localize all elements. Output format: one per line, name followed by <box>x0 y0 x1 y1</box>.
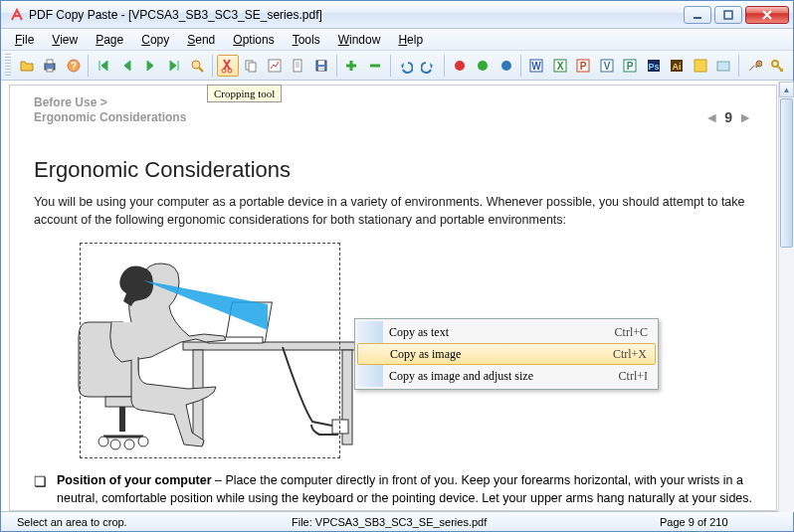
redo-icon[interactable] <box>418 55 440 77</box>
nav-prev-icon[interactable]: ◄ <box>704 109 718 125</box>
menu-bar: File View Page Copy Send Options Tools W… <box>1 29 793 51</box>
svg-point-7 <box>192 61 200 69</box>
key-icon[interactable] <box>767 55 789 77</box>
status-page: Page 9 of 210 <box>650 516 738 528</box>
svg-text:V: V <box>603 61 610 72</box>
undo-icon[interactable] <box>395 55 417 77</box>
svg-text:X: X <box>556 61 563 72</box>
scroll-up-button[interactable]: ▲ <box>779 82 794 97</box>
separator <box>336 55 337 77</box>
chart-icon[interactable] <box>264 55 286 77</box>
menu-help[interactable]: Help <box>390 31 431 49</box>
doc-icon[interactable] <box>288 55 309 77</box>
menu-window[interactable]: Window <box>330 31 389 49</box>
maximize-button[interactable] <box>714 6 742 24</box>
svg-rect-3 <box>47 60 53 64</box>
visio-icon[interactable]: V <box>596 55 618 77</box>
last-icon[interactable] <box>163 55 185 77</box>
status-bar: Select an area to crop. File: VPCSA3_SB3… <box>1 511 793 531</box>
record-icon[interactable] <box>472 55 494 77</box>
play-icon[interactable] <box>496 55 517 77</box>
pdf-page: Before Use > Ergonomic Considerations ◄ … <box>9 85 777 511</box>
separator <box>88 55 89 77</box>
print-icon[interactable] <box>39 55 61 77</box>
tools-icon[interactable] <box>743 55 765 77</box>
page-number: 9 <box>724 109 732 125</box>
remove-icon[interactable] <box>364 55 386 77</box>
minimize-button[interactable] <box>684 6 711 24</box>
status-file: File: VPCSA3_SB3_SC3_SE_series.pdf <box>282 516 650 528</box>
folder-icon[interactable] <box>713 55 735 77</box>
menu-file[interactable]: File <box>7 31 42 49</box>
svg-text:W: W <box>531 61 541 72</box>
scroll-thumb[interactable] <box>780 98 793 248</box>
tooltip: Cropping tool <box>207 85 282 102</box>
list-item: ❏ Position of your computer – Place the … <box>34 471 752 511</box>
svg-text:Ps: Ps <box>648 62 659 72</box>
copy-icon[interactable] <box>241 55 263 77</box>
prev-icon[interactable] <box>116 55 138 77</box>
illustrator-icon[interactable]: Ai <box>666 55 688 77</box>
publisher-icon[interactable]: P <box>619 55 641 77</box>
svg-rect-16 <box>318 67 324 71</box>
add-icon[interactable] <box>341 55 363 77</box>
title-bar: PDF Copy Paste - [VPCSA3_SB3_SC3_SE_seri… <box>1 1 793 29</box>
menu-item-shortcut: Ctrl+X <box>613 347 647 362</box>
powerpoint-icon[interactable]: P <box>572 55 594 77</box>
svg-rect-11 <box>249 63 256 72</box>
menu-item-copy-image[interactable]: Copy as image Ctrl+X <box>357 343 656 365</box>
page-title: Ergonomic Considerations <box>34 157 752 183</box>
stop-icon[interactable] <box>449 55 471 77</box>
separator <box>738 55 739 77</box>
nav-next-icon[interactable]: ► <box>738 109 752 125</box>
svg-point-18 <box>478 61 488 71</box>
first-icon[interactable] <box>93 55 114 77</box>
svg-point-19 <box>501 61 511 71</box>
svg-text:Ai: Ai <box>673 62 682 72</box>
menu-options[interactable]: Options <box>225 31 282 49</box>
menu-item-label: Copy as image and adjust size <box>389 369 533 384</box>
crop-tool-icon[interactable] <box>217 55 239 77</box>
toolbar-grip <box>5 54 11 78</box>
status-left: Select an area to crop. <box>7 516 282 528</box>
next-icon[interactable] <box>139 55 161 77</box>
window-title: PDF Copy Paste - [VPCSA3_SB3_SC3_SE_seri… <box>29 8 684 22</box>
menu-copy[interactable]: Copy <box>133 31 177 49</box>
menu-item-copy-image-adjust[interactable]: Copy as image and adjust size Ctrl+I <box>357 365 656 387</box>
menu-send[interactable]: Send <box>179 31 223 49</box>
crop-selection[interactable] <box>80 243 340 458</box>
vertical-scrollbar[interactable]: ▲ <box>778 82 794 512</box>
separator <box>520 55 521 77</box>
svg-point-17 <box>455 61 465 71</box>
word-icon[interactable]: W <box>525 55 547 77</box>
menu-item-label: Copy as image <box>390 347 461 362</box>
svg-rect-4 <box>47 69 53 72</box>
menu-item-shortcut: Ctrl+I <box>619 369 648 384</box>
menu-item-label: Copy as text <box>389 325 449 340</box>
excel-icon[interactable]: X <box>549 55 571 77</box>
page-nav: ◄ 9 ► <box>704 109 752 125</box>
breadcrumb-line1: Before Use > <box>34 95 752 109</box>
separator <box>212 55 213 77</box>
menu-tools[interactable]: Tools <box>285 31 328 49</box>
svg-text:P: P <box>580 61 587 72</box>
find-icon[interactable] <box>187 55 209 77</box>
content-area: Before Use > Ergonomic Considerations ◄ … <box>1 81 793 511</box>
save-icon[interactable] <box>310 55 332 77</box>
app-icon <box>9 7 25 23</box>
menu-view[interactable]: View <box>44 31 86 49</box>
open-icon[interactable] <box>16 55 38 77</box>
svg-rect-13 <box>294 60 301 72</box>
help-icon[interactable]: ? <box>63 55 85 77</box>
breadcrumb-line2: Ergonomic Considerations <box>34 110 186 124</box>
yellow-app-icon[interactable] <box>690 55 711 77</box>
bullet-icon: ❏ <box>34 471 47 511</box>
separator <box>444 55 445 77</box>
photoshop-icon[interactable]: Ps <box>643 55 665 77</box>
menu-item-copy-text[interactable]: Copy as text Ctrl+C <box>357 321 656 343</box>
context-menu: Copy as text Ctrl+C Copy as image Ctrl+X… <box>354 318 659 390</box>
toolbar: ? W X P V P Ps Ai <box>1 51 793 81</box>
menu-page[interactable]: Page <box>88 31 131 49</box>
menu-item-shortcut: Ctrl+C <box>615 325 648 340</box>
close-button[interactable] <box>745 6 789 24</box>
